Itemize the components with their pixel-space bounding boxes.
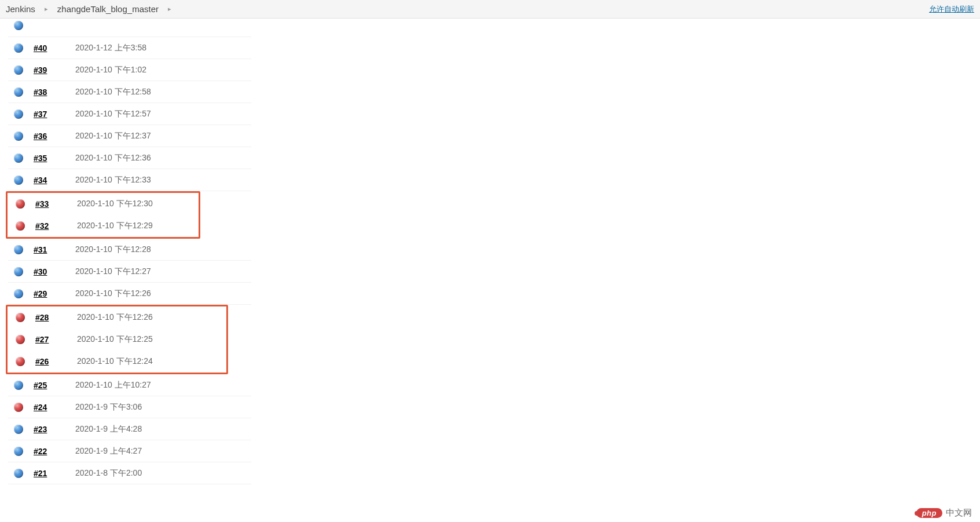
- build-row[interactable]: #40 2020-1-12 上午3:58: [8, 37, 251, 59]
- build-row[interactable]: #37 2020-1-10 下午12:57: [8, 103, 251, 125]
- status-ball-icon: [14, 447, 23, 456]
- build-timestamp: 2020-1-10 下午12:33: [75, 175, 151, 185]
- build-number-link[interactable]: #39: [34, 65, 69, 75]
- build-row-partial: [8, 21, 251, 37]
- build-number-link[interactable]: #23: [34, 425, 69, 434]
- build-timestamp: 2020-1-10 下午12:24: [77, 356, 153, 367]
- build-number-link[interactable]: #22: [34, 447, 69, 456]
- build-timestamp: 2020-1-9 上午4:27: [75, 446, 142, 457]
- status-ball-icon: [14, 267, 23, 276]
- status-ball-icon: [14, 289, 23, 298]
- build-timestamp: 2020-1-12 上午3:58: [75, 43, 146, 53]
- build-timestamp: 2020-1-10 下午12:58: [75, 87, 151, 97]
- build-number-link[interactable]: #24: [34, 403, 69, 412]
- build-timestamp: 2020-1-10 下午12:26: [77, 312, 153, 323]
- build-row[interactable]: #35 2020-1-10 下午12:36: [8, 147, 251, 169]
- build-row[interactable]: #39 2020-1-10 下午1:02: [8, 59, 251, 81]
- build-timestamp: 2020-1-8 下午2:00: [75, 468, 142, 479]
- build-row[interactable]: #27 2020-1-10 下午12:25: [10, 328, 226, 351]
- build-row[interactable]: #29 2020-1-10 下午12:26: [8, 283, 251, 305]
- main-content: #40 2020-1-12 上午3:58 #39 2020-1-10 下午1:0…: [0, 19, 980, 484]
- breadcrumb-bar: Jenkins ▸ zhangdeTalk_blog_master ▸ 允许自动…: [0, 0, 980, 19]
- build-timestamp: 2020-1-10 下午12:26: [75, 289, 151, 299]
- build-number-link[interactable]: #28: [35, 313, 71, 322]
- build-number-link[interactable]: #21: [34, 469, 69, 478]
- build-number-link[interactable]: #25: [34, 381, 69, 390]
- build-number-link[interactable]: #26: [35, 357, 71, 366]
- breadcrumb-root[interactable]: Jenkins: [6, 4, 35, 14]
- build-number-link[interactable]: #34: [34, 176, 69, 185]
- highlight-annotation: #28 2020-1-10 下午12:26 #27 2020-1-10 下午12…: [6, 305, 228, 374]
- status-ball-icon: [16, 357, 25, 366]
- build-row[interactable]: #21 2020-1-8 下午2:00: [8, 462, 251, 484]
- status-ball-icon: [14, 176, 23, 185]
- highlight-annotation: #33 2020-1-10 下午12:30 #32 2020-1-10 下午12…: [6, 191, 200, 239]
- status-ball-icon: [14, 43, 23, 53]
- build-number-link[interactable]: #31: [34, 245, 69, 254]
- build-number-link[interactable]: #37: [34, 109, 69, 119]
- build-number-link[interactable]: #40: [34, 43, 69, 53]
- build-row[interactable]: #32 2020-1-10 下午12:29: [10, 215, 199, 237]
- status-ball-icon: [14, 109, 23, 119]
- status-ball-icon: [14, 132, 23, 141]
- build-row[interactable]: #24 2020-1-9 下午3:06: [8, 396, 251, 418]
- build-number-link[interactable]: #38: [34, 87, 69, 97]
- status-ball-icon: [14, 403, 23, 412]
- build-timestamp: 2020-1-10 下午12:25: [77, 334, 153, 345]
- auto-refresh-link[interactable]: 允许自动刷新: [929, 4, 974, 14]
- build-row[interactable]: #28 2020-1-10 下午12:26: [10, 306, 226, 328]
- build-timestamp: 2020-1-10 下午1:02: [75, 65, 146, 75]
- build-number-link[interactable]: #33: [35, 199, 71, 209]
- build-row[interactable]: #30 2020-1-10 下午12:27: [8, 261, 251, 283]
- status-ball-icon: [14, 65, 23, 75]
- chevron-right-icon: ▸: [45, 5, 48, 13]
- build-row[interactable]: #22 2020-1-9 上午4:27: [8, 440, 251, 462]
- status-ball-icon: [14, 425, 23, 434]
- build-row[interactable]: #36 2020-1-10 下午12:37: [8, 125, 251, 147]
- build-history-sidebar: #40 2020-1-12 上午3:58 #39 2020-1-10 下午1:0…: [0, 19, 251, 484]
- build-row[interactable]: #33 2020-1-10 下午12:30: [10, 193, 199, 215]
- build-row[interactable]: #38 2020-1-10 下午12:58: [8, 81, 251, 103]
- breadcrumb-project[interactable]: zhangdeTalk_blog_master: [57, 4, 159, 14]
- build-number-link[interactable]: #29: [34, 289, 69, 298]
- build-number-link[interactable]: #36: [34, 132, 69, 141]
- status-ball-icon: [16, 313, 25, 322]
- build-row[interactable]: #26 2020-1-10 下午12:24: [10, 351, 226, 373]
- build-timestamp: 2020-1-10 下午12:37: [75, 131, 151, 141]
- build-number-link[interactable]: #30: [34, 267, 69, 276]
- status-ball-icon: [14, 381, 23, 390]
- build-timestamp: 2020-1-10 上午10:27: [75, 380, 151, 390]
- build-number-link[interactable]: #32: [35, 221, 71, 231]
- chevron-right-icon: ▸: [168, 5, 171, 13]
- status-ball-icon: [14, 469, 23, 478]
- status-ball-icon: [14, 21, 23, 30]
- build-timestamp: 2020-1-10 下午12:36: [75, 153, 151, 163]
- status-ball-icon: [16, 199, 25, 209]
- build-number-link[interactable]: #27: [35, 335, 71, 344]
- build-timestamp: 2020-1-10 下午12:27: [75, 267, 151, 277]
- status-ball-icon: [14, 154, 23, 163]
- breadcrumb: Jenkins ▸ zhangdeTalk_blog_master ▸: [6, 4, 171, 14]
- status-ball-icon: [16, 221, 25, 231]
- build-row[interactable]: #31 2020-1-10 下午12:28: [8, 239, 251, 261]
- build-timestamp: 2020-1-9 上午4:28: [75, 424, 142, 435]
- build-row[interactable]: #34 2020-1-10 下午12:33: [8, 169, 251, 191]
- build-timestamp: 2020-1-10 下午12:28: [75, 244, 151, 255]
- build-timestamp: 2020-1-10 下午12:29: [77, 221, 153, 231]
- status-ball-icon: [14, 87, 23, 97]
- build-timestamp: 2020-1-10 下午12:30: [77, 199, 153, 209]
- build-row[interactable]: #25 2020-1-10 上午10:27: [8, 374, 251, 396]
- status-ball-icon: [16, 335, 25, 344]
- build-timestamp: 2020-1-10 下午12:57: [75, 109, 151, 119]
- build-number-link[interactable]: #35: [34, 154, 69, 163]
- status-ball-icon: [14, 245, 23, 254]
- build-row[interactable]: #23 2020-1-9 上午4:28: [8, 418, 251, 440]
- build-timestamp: 2020-1-9 下午3:06: [75, 402, 142, 413]
